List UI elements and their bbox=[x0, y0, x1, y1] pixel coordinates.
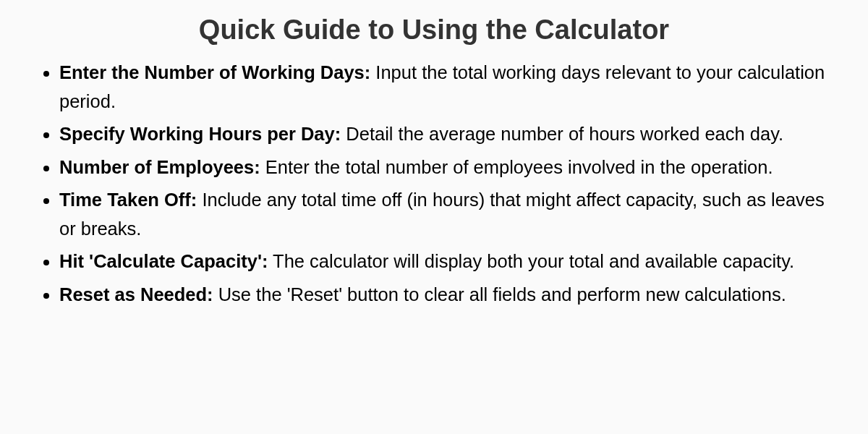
page-title: Quick Guide to Using the Calculator bbox=[29, 14, 839, 46]
item-label: Time Taken Off: bbox=[59, 190, 197, 210]
item-desc: The calculator will display both your to… bbox=[268, 251, 794, 271]
item-label: Enter the Number of Working Days: bbox=[59, 62, 370, 82]
item-desc: Detail the average number of hours worke… bbox=[341, 124, 783, 144]
item-label: Reset as Needed: bbox=[59, 284, 213, 305]
list-item: Time Taken Off: Include any total time o… bbox=[59, 186, 839, 243]
guide-list: Enter the Number of Working Days: Input … bbox=[29, 59, 839, 309]
item-label: Specify Working Hours per Day: bbox=[59, 124, 341, 144]
item-label: Hit 'Calculate Capacity': bbox=[59, 251, 268, 271]
item-label: Number of Employees: bbox=[59, 157, 260, 177]
item-desc: Use the 'Reset' button to clear all fiel… bbox=[213, 284, 786, 305]
item-desc: Enter the total number of employees invo… bbox=[260, 157, 773, 177]
list-item: Enter the Number of Working Days: Input … bbox=[59, 59, 839, 116]
list-item: Number of Employees: Enter the total num… bbox=[59, 153, 839, 182]
list-item: Reset as Needed: Use the 'Reset' button … bbox=[59, 281, 839, 310]
list-item: Hit 'Calculate Capacity': The calculator… bbox=[59, 247, 839, 276]
list-item: Specify Working Hours per Day: Detail th… bbox=[59, 120, 839, 149]
